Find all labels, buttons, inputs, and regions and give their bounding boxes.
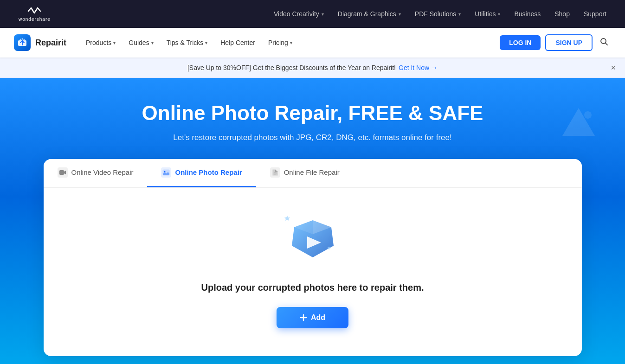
- wondershare-logo-icon: [27, 6, 41, 16]
- video-tab-icon: [58, 167, 68, 178]
- chevron-down-icon: ▾: [458, 12, 461, 17]
- tab-video-label: Online Video Repair: [71, 168, 134, 176]
- top-navigation: wondershare Video Creativity ▾ Diagram &…: [0, 0, 625, 28]
- chevron-down-icon: ▾: [498, 12, 500, 17]
- nav-guides[interactable]: Guides ▾: [123, 35, 159, 50]
- svg-rect-7: [59, 170, 64, 175]
- second-nav-actions: LOG IN SIGN UP: [500, 34, 611, 51]
- top-nav-shop[interactable]: Shop: [554, 10, 570, 18]
- top-nav-support[interactable]: Support: [584, 10, 606, 18]
- svg-point-6: [584, 111, 592, 119]
- search-button[interactable]: [597, 35, 611, 51]
- nav-pricing[interactable]: Pricing ▾: [263, 35, 298, 50]
- svg-point-2: [22, 38, 23, 40]
- repairit-icon: [14, 34, 31, 51]
- hero-subtitle: Let's restore corrupted photos with JPG,…: [173, 133, 451, 142]
- brand-logo[interactable]: Repairit: [14, 34, 66, 51]
- hero-section: Online Photo Repair, FREE & SAFE Let's r…: [0, 78, 625, 364]
- wondershare-logo[interactable]: wondershare: [19, 6, 51, 22]
- secondary-navigation: Repairit Products ▾ Guides ▾ Tips & Tric…: [0, 28, 625, 57]
- photo-tab-icon: [161, 167, 171, 178]
- banner-cta-link[interactable]: Get It Now →: [399, 64, 438, 71]
- plus-icon: [300, 314, 307, 321]
- svg-point-3: [24, 39, 25, 40]
- login-button[interactable]: LOG IN: [500, 35, 541, 50]
- photo-illustration-svg: [276, 211, 350, 267]
- banner-close-button[interactable]: ×: [611, 64, 616, 72]
- brand-name-text: Repairit: [35, 38, 66, 48]
- top-nav-links: Video Creativity ▾ Diagram & Graphics ▾ …: [274, 10, 606, 18]
- upload-instruction-text: Upload your corrupted photos here to rep…: [201, 282, 424, 293]
- top-nav-business[interactable]: Business: [514, 10, 541, 18]
- chevron-down-icon: ▾: [205, 40, 207, 45]
- add-button-label: Add: [311, 313, 325, 322]
- tab-video-repair[interactable]: Online Video Repair: [44, 159, 148, 187]
- add-files-button[interactable]: Add: [277, 307, 348, 328]
- wondershare-logo-text: wondershare: [19, 17, 51, 22]
- tab-photo-repair[interactable]: Online Photo Repair: [147, 159, 256, 187]
- file-tab-icon: [270, 167, 280, 178]
- hero-title: Online Photo Repair, FREE & SAFE: [142, 101, 483, 126]
- nav-products[interactable]: Products ▾: [80, 35, 121, 50]
- chevron-down-icon: ▾: [113, 40, 116, 45]
- svg-point-1: [20, 39, 21, 40]
- hero-decoration-icon: [560, 106, 597, 143]
- chevron-down-icon: ▾: [322, 12, 324, 17]
- nav-help-center[interactable]: Help Center: [215, 35, 261, 50]
- repairit-logo-svg: [17, 38, 27, 48]
- tab-photo-label: Online Photo Repair: [175, 168, 242, 176]
- tab-file-repair[interactable]: Online File Repair: [256, 159, 354, 187]
- repair-tabs: Online Video Repair Online Photo Repair: [44, 159, 582, 188]
- top-nav-utilities[interactable]: Utilities ▾: [475, 10, 500, 18]
- chevron-down-icon: ▾: [399, 12, 401, 17]
- banner-text: [Save Up to 30%OFF] Get the Biggest Disc…: [187, 64, 396, 71]
- repair-card: Online Video Repair Online Photo Repair: [44, 159, 582, 356]
- chevron-down-icon: ▾: [151, 40, 154, 45]
- search-icon: [600, 38, 608, 46]
- top-nav-video-creativity[interactable]: Video Creativity ▾: [274, 10, 324, 18]
- second-nav-links: Products ▾ Guides ▾ Tips & Tricks ▾ Help…: [80, 35, 500, 50]
- upload-illustration: [276, 211, 350, 268]
- upload-area: Upload your corrupted photos here to rep…: [44, 188, 582, 356]
- tab-file-label: Online File Repair: [284, 168, 340, 176]
- chevron-down-icon: ▾: [290, 40, 292, 45]
- promo-banner: [Save Up to 30%OFF] Get the Biggest Disc…: [0, 57, 625, 78]
- nav-tips-tricks[interactable]: Tips & Tricks ▾: [161, 35, 213, 50]
- top-nav-pdf-solutions[interactable]: PDF Solutions ▾: [415, 10, 461, 18]
- svg-point-12: [328, 247, 330, 249]
- signup-button[interactable]: SIGN UP: [545, 34, 593, 51]
- top-nav-diagram-graphics[interactable]: Diagram & Graphics ▾: [338, 10, 401, 18]
